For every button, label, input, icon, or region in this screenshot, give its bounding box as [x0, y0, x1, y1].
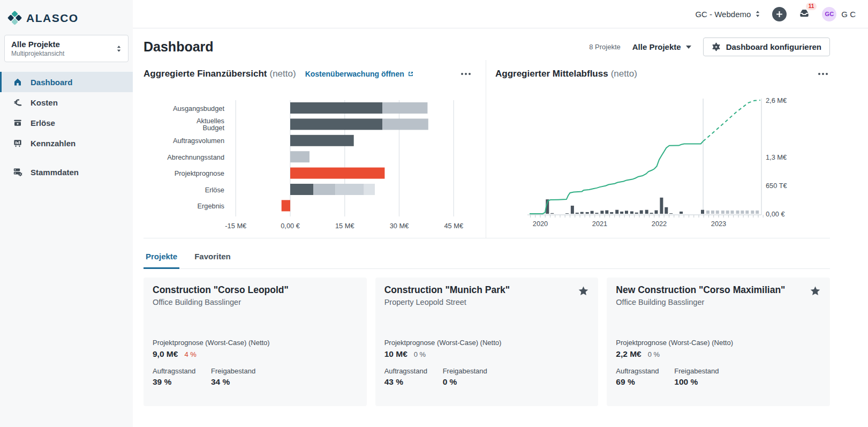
- alasco-logo-icon: [7, 11, 22, 25]
- svg-text:2022: 2022: [652, 220, 667, 228]
- kpi-board-icon: [13, 138, 22, 148]
- project-stats: Auftragsstand 69 % Freigabestand 100 %: [616, 367, 821, 387]
- stat-label: Auftragsstand: [384, 367, 443, 375]
- project-selector[interactable]: Alle Projekte Multiprojektansicht: [4, 35, 129, 62]
- svg-text:15 M€: 15 M€: [335, 222, 354, 230]
- project-title: Construction "Corso Leopold": [153, 284, 358, 296]
- topbar: GC - Webdemo 11 GC G C: [133, 0, 868, 28]
- external-link-icon: [407, 71, 414, 77]
- sort-arrows-icon: [755, 10, 760, 18]
- metric-label: Projektprognose (Worst-Case) (Netto): [384, 339, 590, 347]
- page-title: Dashboard: [144, 39, 214, 55]
- sidebar-item-label: Erlöse: [31, 118, 55, 128]
- chevron-down-icon: [686, 46, 691, 49]
- notifications-button[interactable]: 11: [798, 7, 810, 21]
- stat-label: Freigabestand: [211, 367, 269, 375]
- project-card-corso-leopold[interactable]: Construction "Corso Leopold" Office Buil…: [144, 278, 367, 406]
- metric-value: 9,0 M€: [153, 349, 178, 359]
- sidebar-item-dashboard[interactable]: Dashboard: [0, 72, 133, 92]
- svg-text:0,00 €: 0,00 €: [766, 210, 785, 218]
- plus-icon: [776, 11, 783, 18]
- project-card-munich-park[interactable]: Construction "Munich Park" Property Leop…: [375, 278, 599, 406]
- sort-arrows-icon: [116, 45, 122, 53]
- svg-text:2021: 2021: [592, 220, 607, 228]
- svg-text:0,00 €: 0,00 €: [281, 222, 300, 230]
- metric-delta: 4 %: [184, 350, 196, 358]
- metric-delta: 0 %: [648, 350, 660, 358]
- project-metric: Projektprognose (Worst-Case) (Netto) 2,2…: [616, 339, 821, 359]
- finanz-panel: Aggregierte Finanzübersicht (netto) Kost…: [144, 60, 486, 238]
- mittelabfluss-panel: Aggregierter Mittelabfluss (netto) 20202…: [486, 60, 830, 238]
- stat-label: Auftragsstand: [153, 367, 211, 375]
- mittelabfluss-more-menu[interactable]: [816, 71, 830, 77]
- favorite-star-icon[interactable]: [809, 285, 821, 299]
- brand-logo: ALASCO: [0, 8, 133, 33]
- tab-favoriten[interactable]: Favoriten: [192, 251, 233, 269]
- favorite-star-icon[interactable]: [577, 285, 590, 299]
- org-selector[interactable]: GC - Webdemo: [695, 10, 760, 19]
- content: Dashboard 8 Projekte Alle Projekte: [133, 28, 868, 406]
- stat-value: 69 %: [616, 377, 674, 387]
- avatar: GC: [822, 7, 836, 21]
- finanz-chart: AusgangsbudgetAktuellesBudgetAuftragsvol…: [144, 98, 471, 233]
- sidebar-item-kennzahlen[interactable]: Kennzahlen: [0, 133, 133, 153]
- svg-text:30 M€: 30 M€: [390, 222, 409, 230]
- svg-text:Ergebnis: Ergebnis: [197, 202, 224, 210]
- user-name: G C: [841, 10, 856, 19]
- project-stats: Auftragsstand 39 % Freigabestand 34 %: [153, 367, 358, 387]
- stat-label: Auftragsstand: [616, 367, 674, 375]
- stat-value: 39 %: [153, 377, 211, 387]
- sidebar-item-label: Dashboard: [31, 78, 72, 87]
- page-head-controls: 8 Projekte Alle Projekte: [589, 38, 830, 56]
- stat-value: 0 %: [443, 377, 501, 387]
- project-subtitle: Office Building Basslinger: [153, 298, 358, 306]
- add-button[interactable]: [772, 7, 787, 21]
- stat-label: Freigabestand: [443, 367, 501, 375]
- stat-label: Freigabestand: [674, 367, 733, 375]
- svg-text:Projektprognose: Projektprognose: [175, 169, 224, 177]
- mittelabfluss-panel-header: Aggregierter Mittelabfluss (netto): [495, 68, 830, 80]
- mittelabfluss-panel-title: Aggregierter Mittelabfluss: [495, 69, 608, 79]
- sidebar-item-erloese[interactable]: Erlöse: [0, 113, 133, 133]
- sidebar: ALASCO Alle Projekte Multiprojektansicht…: [0, 0, 133, 427]
- project-selector-subtitle: Multiprojektansicht: [11, 50, 64, 57]
- mittelabfluss-panel-suffix: (netto): [611, 69, 637, 79]
- svg-text:650 T€: 650 T€: [766, 182, 787, 190]
- sidebar-item-kosten[interactable]: Kosten: [0, 92, 133, 113]
- charts-row: Aggregierte Finanzübersicht (netto) Kost…: [144, 60, 830, 238]
- svg-text:Abrechnungsstand: Abrechnungsstand: [167, 153, 224, 161]
- project-title: Construction "Munich Park": [384, 284, 590, 296]
- masterdata-icon: [13, 167, 22, 177]
- brand-name: ALASCO: [26, 12, 79, 25]
- page-head: Dashboard 8 Projekte Alle Projekte: [144, 38, 830, 56]
- sidebar-item-label: Stammdaten: [31, 168, 79, 177]
- svg-text:Ausgangsbudget: Ausgangsbudget: [173, 104, 225, 113]
- finanz-panel-title: Aggregierte Finanzübersicht: [144, 69, 267, 79]
- finanz-more-menu[interactable]: [459, 71, 473, 77]
- open-cost-monitoring-link[interactable]: Kostenüberwachung öffnen: [305, 70, 414, 78]
- stat-value: 34 %: [211, 377, 269, 387]
- metric-value: 10 M€: [384, 349, 407, 359]
- projects-count: 8 Projekte: [589, 43, 621, 51]
- svg-text:Auftragsvolumen: Auftragsvolumen: [173, 137, 224, 145]
- project-selector-title: Alle Projekte: [11, 40, 64, 49]
- user-menu[interactable]: GC G C: [822, 7, 856, 21]
- svg-text:2020: 2020: [533, 220, 548, 228]
- mittelabfluss-chart: 20202021202220230,00 €650 T€1,3 M€2,6 M€: [495, 92, 830, 229]
- euro-note-icon: [13, 98, 22, 107]
- sidebar-item-label: Kosten: [31, 98, 58, 107]
- project-card-corso-maximilian[interactable]: New Construction "Corso Maximilian" Offi…: [607, 278, 830, 406]
- metric-label: Projektprognose (Worst-Case) (Netto): [616, 339, 821, 347]
- svg-text:2023: 2023: [711, 220, 726, 228]
- project-subtitle: Property Leopold Street: [384, 298, 590, 306]
- svg-text:1,3 M€: 1,3 M€: [766, 153, 787, 161]
- sidebar-item-label: Kennzahlen: [31, 139, 76, 148]
- configure-dashboard-button[interactable]: Dashboard konfigurieren: [703, 38, 830, 56]
- project-filter-label: Alle Projekte: [632, 42, 681, 51]
- svg-text:Erlöse: Erlöse: [205, 186, 224, 194]
- tabs: Projekte Favoriten: [144, 251, 830, 269]
- project-filter-dropdown[interactable]: Alle Projekte: [632, 42, 691, 51]
- tab-projekte[interactable]: Projekte: [144, 251, 179, 269]
- gear-icon: [712, 42, 721, 51]
- sidebar-item-stammdaten[interactable]: Stammdaten: [0, 162, 133, 182]
